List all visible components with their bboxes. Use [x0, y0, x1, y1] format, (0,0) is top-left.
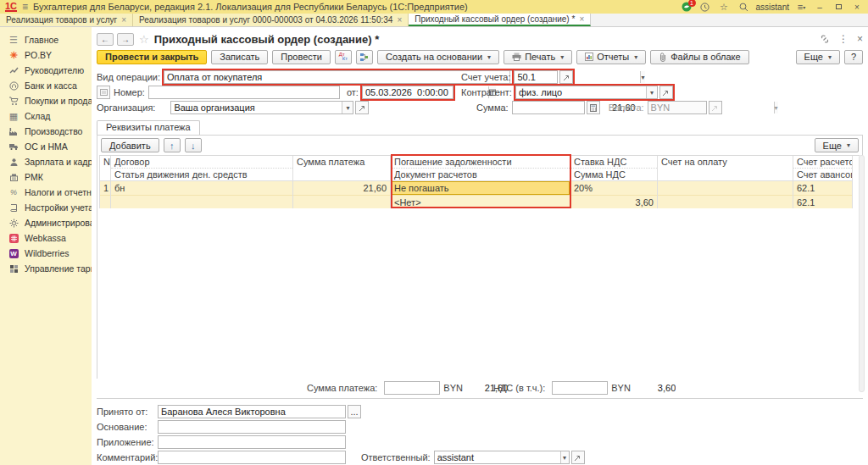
search-icon[interactable]	[738, 2, 749, 13]
tab-sales-list[interactable]: Реализация товаров и услуг ×	[0, 14, 133, 26]
create-based-on-button[interactable]: Создать на основании▾	[377, 50, 499, 64]
tab-payment-details[interactable]: Реквизиты платежа	[97, 120, 200, 135]
open-link-icon[interactable]	[559, 70, 573, 84]
history-icon[interactable]	[699, 2, 710, 13]
cell-n[interactable]: 1	[100, 181, 110, 195]
basis-input[interactable]	[159, 421, 345, 433]
sidebar-item-production[interactable]: Производство	[0, 124, 92, 139]
cell-settlement-doc[interactable]: <Нет>	[391, 195, 570, 208]
col-header-n[interactable]: N	[100, 156, 110, 181]
sidebar-item-poby[interactable]: ✳PO.BY	[0, 47, 92, 63]
related-documents-button[interactable]	[356, 50, 373, 64]
open-link-icon[interactable]	[571, 451, 585, 464]
col-header-vat-sum[interactable]: Сумма НДС	[570, 169, 657, 181]
col-header-repayment[interactable]: Погашение задолженности	[391, 156, 570, 169]
table-vertical-scrollbar[interactable]	[859, 155, 865, 392]
account-input[interactable]	[515, 71, 640, 83]
cell-advance-account[interactable]: 62.1	[793, 195, 852, 208]
dropdown-icon[interactable]: ▾	[560, 451, 569, 463]
sidebar-item-purchases-sales[interactable]: Покупки и продажи	[0, 93, 92, 108]
sidebar-item-webkassa[interactable]: Webkassa	[0, 230, 92, 246]
settings-menu-icon[interactable]: ≡▾	[796, 2, 807, 13]
received-from-input[interactable]	[159, 406, 345, 418]
dropdown-icon[interactable]: ▾	[640, 71, 644, 83]
back-button[interactable]: ←	[97, 33, 114, 46]
sidebar-item-fixed-assets[interactable]: ОС и НМА	[0, 139, 92, 154]
col-header-payment-sum[interactable]: Сумма платежа	[293, 156, 390, 181]
cell-invoice2[interactable]	[658, 195, 793, 208]
col-header-vat-rate[interactable]: Ставка НДС	[570, 156, 657, 169]
number-input[interactable]	[149, 86, 339, 98]
col-header-settlement-account[interactable]: Счет расчетов	[793, 156, 852, 169]
move-row-down-button[interactable]: ↓	[185, 138, 202, 152]
help-button[interactable]: ?	[844, 50, 863, 64]
open-link-icon[interactable]	[355, 101, 369, 114]
favorite-star-icon[interactable]: ☆	[139, 33, 149, 46]
date-field[interactable]	[362, 86, 453, 99]
organization-field[interactable]: ▾	[170, 101, 369, 114]
close-tab-icon[interactable]: ×	[579, 14, 584, 24]
tab-sales-document[interactable]: Реализация товаров и услуг 0000-000003 о…	[133, 14, 409, 26]
cell-settlement-account[interactable]: 62.1	[793, 181, 852, 195]
favorites-icon[interactable]: ☆	[719, 2, 730, 13]
col-header-advance-account[interactable]: Счет авансов	[793, 169, 852, 181]
close-form-icon[interactable]: ×	[857, 33, 863, 45]
cell-invoice[interactable]	[658, 181, 793, 195]
account-field[interactable]: ▾	[514, 70, 573, 84]
sidebar-item-administration[interactable]: Администрирование	[0, 215, 92, 230]
col-header-settlement-doc[interactable]: Документ расчетов	[391, 169, 570, 181]
attachment-input[interactable]	[159, 436, 345, 448]
more-actions-icon[interactable]: ⋮	[838, 33, 849, 45]
sidebar-item-rmk[interactable]: РМК	[0, 169, 92, 185]
cell-payment-sum2[interactable]	[293, 195, 390, 208]
show-postings-dtkt-button[interactable]: ДтКт	[335, 50, 352, 64]
received-from-select-button[interactable]: ...	[348, 405, 361, 418]
add-row-button[interactable]: Добавить	[101, 138, 159, 152]
close-window-button[interactable]: ×	[851, 2, 863, 12]
col-header-cash-flow[interactable]: Статья движения ден. средств	[111, 169, 292, 181]
counterparty-input[interactable]	[516, 86, 646, 98]
amount-field[interactable]	[512, 101, 600, 114]
sidebar-item-manager[interactable]: Руководителю	[0, 63, 92, 78]
move-row-up-button[interactable]: ↑	[164, 138, 181, 152]
current-user[interactable]: assistant	[756, 3, 789, 12]
tab-cash-order[interactable]: Приходный кассовый ордер (создание) * ×	[409, 14, 591, 26]
dropdown-icon[interactable]: ▾	[342, 102, 353, 113]
comment-input[interactable]	[159, 451, 345, 463]
cell-payment-sum[interactable]: 21,60	[293, 181, 390, 195]
service-notifications-icon[interactable]: 1	[682, 2, 693, 13]
table-more-button[interactable]: Еще▾	[815, 138, 859, 152]
cell-vat-sum[interactable]: 3,60	[570, 195, 657, 208]
organization-input[interactable]	[171, 102, 342, 113]
cell-contract[interactable]: бн	[111, 181, 292, 195]
dropdown-icon[interactable]: ▾	[646, 86, 657, 98]
cell-repayment[interactable]: Не погашать	[391, 181, 570, 195]
print-button[interactable]: Печать▾	[504, 50, 572, 64]
responsible-input[interactable]	[435, 451, 560, 463]
get-link-icon[interactable]	[820, 34, 830, 44]
sidebar-item-accounting-settings[interactable]: Настройки учета	[0, 200, 92, 215]
open-link-icon[interactable]	[659, 86, 673, 99]
cell-cash-flow[interactable]	[111, 195, 292, 208]
form-more-button[interactable]: Еще▾	[796, 50, 840, 64]
sidebar-item-main[interactable]: ☰Главное	[0, 32, 92, 47]
forward-button[interactable]: →	[117, 33, 134, 46]
sidebar-item-taxes[interactable]: %Налоги и отчетность	[0, 185, 92, 200]
sidebar-item-wildberries[interactable]: WWildberries	[0, 246, 92, 261]
sidebar-item-salary-hr[interactable]: Зарплата и кадры	[0, 154, 92, 169]
cell-n2[interactable]	[100, 195, 110, 208]
save-button[interactable]: Записать	[211, 50, 268, 64]
minimize-button[interactable]: –	[814, 2, 826, 12]
close-tab-icon[interactable]: ×	[121, 15, 126, 25]
sidebar-item-tariff[interactable]: Управление тарифом	[0, 261, 92, 276]
cloud-files-button[interactable]: Файлы в облаке	[650, 50, 748, 64]
counterparty-field[interactable]: ▾	[515, 86, 673, 99]
col-header-contract[interactable]: Договор	[111, 156, 292, 169]
cell-vat-rate[interactable]: 20%	[570, 181, 657, 195]
calculator-icon[interactable]	[587, 101, 600, 114]
reports-button[interactable]: Отчеты▾	[576, 50, 646, 64]
post-and-close-button[interactable]: Провести и закрыть	[97, 50, 207, 64]
main-menu-icon[interactable]: ≡	[22, 1, 28, 13]
restore-button[interactable]	[832, 2, 844, 12]
col-header-invoice[interactable]: Счет на оплату	[658, 156, 793, 181]
